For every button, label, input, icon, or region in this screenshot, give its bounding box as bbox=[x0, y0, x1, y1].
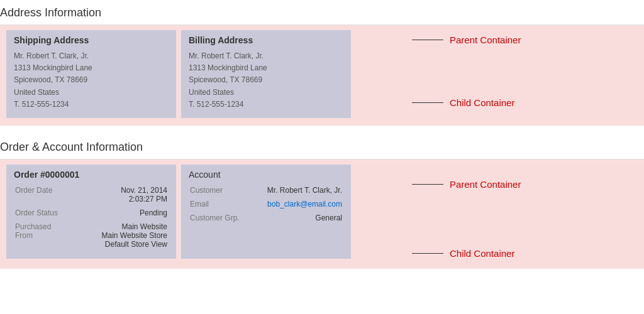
annotation-line bbox=[412, 40, 443, 40]
order-section-title: Order & Account Information bbox=[0, 134, 644, 160]
table-row: Purchased From Main WebsiteMain Website … bbox=[14, 220, 169, 251]
table-row: Order Status Pending bbox=[14, 206, 169, 220]
child-container-label-upper: Child Container bbox=[450, 97, 514, 108]
annotation-line bbox=[412, 253, 443, 254]
account-table: Customer Mr. Robert T. Clark, Jr. Email … bbox=[189, 183, 343, 225]
email-link[interactable]: bob_clark@email.com bbox=[267, 200, 342, 208]
purchased-from-label: Purchased From bbox=[14, 220, 70, 251]
child-container-label-lower: Child Container bbox=[450, 248, 514, 259]
address-section-body: Shipping Address Mr. Robert T. Clark, Jr… bbox=[0, 25, 644, 126]
parent-container-annotation-lower: Parent Container bbox=[412, 179, 521, 190]
account-block: Account Customer Mr. Robert T. Clark, Jr… bbox=[181, 165, 351, 259]
address-grid: Shipping Address Mr. Robert T. Clark, Jr… bbox=[6, 30, 638, 118]
section-spacer bbox=[0, 126, 644, 134]
shipping-address-block: Shipping Address Mr. Robert T. Clark, Jr… bbox=[6, 30, 176, 118]
account-heading: Account bbox=[189, 170, 343, 180]
order-section-body: Order #0000001 Order Date Nov. 21, 20142… bbox=[0, 160, 644, 269]
order-block: Order #0000001 Order Date Nov. 21, 20142… bbox=[6, 165, 176, 259]
parent-container-label-upper: Parent Container bbox=[450, 35, 521, 45]
annotation-line bbox=[412, 102, 443, 103]
order-status-label: Order Status bbox=[14, 206, 70, 220]
shipping-address-lines: Mr. Robert T. Clark, Jr. 1313 Mockingbir… bbox=[14, 50, 169, 111]
order-table: Order Date Nov. 21, 20142:03:27 PM Order… bbox=[14, 183, 169, 251]
child-container-annotation-upper: Child Container bbox=[412, 97, 514, 108]
billing-address-block: Billing Address Mr. Robert T. Clark, Jr.… bbox=[181, 30, 351, 118]
address-section-title: Address Information bbox=[0, 0, 644, 25]
table-row: Customer Mr. Robert T. Clark, Jr. bbox=[189, 183, 343, 197]
order-status-value: Pending bbox=[70, 206, 169, 220]
order-section: Order & Account Information Order #00000… bbox=[0, 134, 644, 269]
table-row: Customer Grp. General bbox=[189, 211, 343, 225]
address-section: Address Information Shipping Address Mr.… bbox=[0, 0, 644, 126]
table-row: Order Date Nov. 21, 20142:03:27 PM bbox=[14, 183, 169, 206]
email-value: bob_clark@email.com bbox=[245, 197, 343, 211]
customer-label: Customer bbox=[189, 183, 245, 197]
customer-grp-label: Customer Grp. bbox=[189, 211, 245, 225]
table-row: Email bob_clark@email.com bbox=[189, 197, 343, 211]
order-heading: Order #0000001 bbox=[14, 170, 169, 180]
order-date-label: Order Date bbox=[14, 183, 70, 206]
parent-container-annotation-upper: Parent Container bbox=[412, 35, 521, 45]
child-container-annotation-lower: Child Container bbox=[412, 248, 514, 259]
page-wrapper: Address Information Shipping Address Mr.… bbox=[0, 0, 644, 269]
email-label: Email bbox=[189, 197, 245, 211]
customer-grp-value: General bbox=[245, 211, 343, 225]
billing-address-lines: Mr. Robert T. Clark, Jr. 1313 Mockingbir… bbox=[189, 50, 343, 111]
parent-container-label-lower: Parent Container bbox=[450, 179, 521, 190]
billing-heading: Billing Address bbox=[189, 35, 343, 45]
customer-value: Mr. Robert T. Clark, Jr. bbox=[245, 183, 343, 197]
purchased-from-value: Main WebsiteMain Website StoreDefault St… bbox=[70, 220, 169, 251]
shipping-heading: Shipping Address bbox=[14, 35, 169, 45]
annotation-line bbox=[412, 184, 443, 185]
order-date-value: Nov. 21, 20142:03:27 PM bbox=[70, 183, 169, 206]
order-grid: Order #0000001 Order Date Nov. 21, 20142… bbox=[6, 165, 638, 259]
